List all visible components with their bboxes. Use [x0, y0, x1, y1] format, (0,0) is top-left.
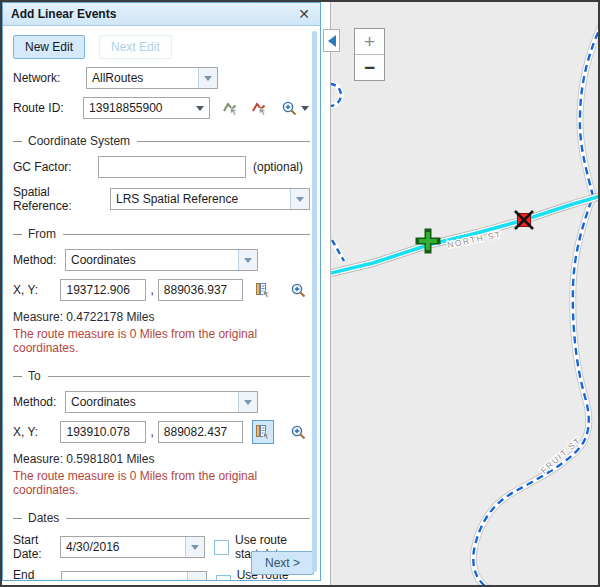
from-x-input[interactable] — [60, 279, 146, 301]
network-label: Network: — [13, 71, 86, 85]
from-xy-label: X, Y: — [13, 283, 60, 297]
zoom-in-button[interactable]: + — [355, 29, 384, 55]
divider — [137, 141, 310, 142]
route-id-label: Route ID: — [13, 101, 83, 115]
end-date-dropdown-button[interactable] — [187, 572, 206, 581]
network-value: AllRoutes — [87, 68, 198, 88]
chevron-down-icon — [196, 106, 204, 111]
add-linear-events-panel: Add Linear Events ✕ New Edit Next Edit N… — [2, 2, 321, 581]
route-id-combo[interactable]: 13918855900 — [83, 97, 210, 119]
from-heading: From — [28, 227, 56, 241]
divider — [63, 234, 310, 235]
spatial-reference-select[interactable]: LRS Spatial Reference — [110, 188, 310, 210]
to-section-header: To — [13, 369, 310, 383]
next-edit-button: Next Edit — [99, 35, 172, 59]
close-icon[interactable]: ✕ — [296, 6, 312, 22]
spatial-reference-label: Spatial Reference: — [13, 185, 110, 213]
divider — [66, 518, 310, 519]
divider — [13, 376, 22, 377]
end-date-label: End Date: — [13, 568, 61, 581]
to-heading: To — [28, 369, 41, 383]
use-route-start-date-checkbox[interactable] — [214, 540, 229, 555]
gc-factor-input[interactable] — [98, 156, 246, 178]
clear-route-selection-button[interactable] — [248, 96, 271, 120]
map-zoom-control: + − — [354, 28, 385, 81]
from-y-input[interactable] — [158, 279, 243, 301]
zoom-out-button[interactable]: − — [355, 55, 384, 80]
to-method-label: Method: — [13, 395, 65, 409]
to-xy-label: X, Y: — [13, 425, 60, 439]
coordinate-system-section-header: Coordinate System — [13, 134, 310, 148]
from-pick-on-map-button[interactable] — [252, 278, 274, 302]
from-method-dropdown-button[interactable] — [238, 250, 257, 270]
from-zoom-to-point-button[interactable] — [288, 278, 310, 302]
to-method-dropdown-button[interactable] — [238, 392, 257, 412]
to-method-select[interactable]: Coordinates — [65, 391, 258, 413]
gc-factor-label: GC Factor: — [13, 160, 98, 174]
chevron-left-icon — [328, 35, 336, 47]
start-date-label: Start Date: — [13, 533, 60, 561]
chevron-down-icon — [296, 197, 304, 202]
stream-fragment — [332, 240, 344, 261]
chevron-down-icon — [244, 258, 252, 263]
route-id-value: 13918855900 — [84, 98, 191, 118]
start-date-value: 4/30/2016 — [61, 537, 185, 557]
magnifier-plus-icon — [281, 100, 298, 117]
coordinate-picker-icon — [255, 424, 271, 440]
use-route-end-date-checkbox[interactable] — [216, 575, 231, 582]
panel-content: New Edit Next Edit Network: AllRoutes Ro… — [3, 26, 320, 581]
start-date-combo[interactable]: 4/30/2016 — [60, 536, 205, 558]
coordinate-system-heading: Coordinate System — [28, 134, 130, 148]
panel-title: Add Linear Events — [11, 7, 296, 21]
optional-note: (optional) — [253, 160, 303, 174]
end-date-value — [62, 572, 187, 581]
network-dropdown-button[interactable] — [198, 68, 217, 88]
dates-section-header: Dates — [13, 511, 310, 525]
from-section-header: From — [13, 227, 310, 241]
plus-icon: + — [364, 31, 375, 53]
from-method-select[interactable]: Coordinates — [65, 249, 258, 271]
river-casing — [473, 22, 600, 587]
chevron-down-icon — [301, 106, 309, 111]
dates-heading: Dates — [28, 511, 59, 525]
to-measure-text: Measure: 0.5981801 Miles — [13, 452, 310, 466]
stream-arc-casing — [331, 84, 341, 106]
minus-icon: − — [364, 57, 375, 79]
from-method-value: Coordinates — [66, 250, 238, 270]
panel-titlebar: Add Linear Events ✕ — [3, 3, 320, 26]
spatial-reference-dropdown-button[interactable] — [290, 189, 309, 209]
to-y-input[interactable] — [158, 421, 243, 443]
magnifier-plus-icon — [290, 424, 307, 441]
to-warning-text: The route measure is 0 Miles from the or… — [13, 469, 310, 497]
zoom-to-route-button[interactable] — [279, 96, 310, 120]
panel-collapse-button[interactable] — [323, 29, 340, 52]
from-method-label: Method: — [13, 253, 65, 267]
map-canvas[interactable]: NORTH ST FRUIT ST — [330, 2, 598, 585]
chevron-down-icon — [191, 545, 199, 550]
to-point-marker — [515, 211, 533, 229]
comma-separator: , — [150, 283, 153, 297]
divider — [13, 234, 22, 235]
route-select-icon — [222, 100, 239, 117]
chevron-down-icon — [193, 580, 201, 582]
new-edit-button[interactable]: New Edit — [13, 35, 85, 59]
chevron-down-icon — [244, 400, 252, 405]
from-measure-text: Measure: 0.4722178 Miles — [13, 310, 310, 324]
to-pick-on-map-button[interactable] — [252, 420, 274, 444]
to-x-input[interactable] — [60, 421, 146, 443]
next-button[interactable]: Next > — [251, 551, 314, 575]
network-select[interactable]: AllRoutes — [86, 67, 218, 89]
route-select-red-icon — [251, 100, 268, 117]
map-graphics: NORTH ST FRUIT ST — [331, 2, 600, 587]
start-date-dropdown-button[interactable] — [185, 537, 204, 557]
coordinate-picker-icon — [255, 282, 271, 298]
panel-scrollbar[interactable] — [312, 31, 317, 572]
end-date-combo[interactable] — [61, 571, 207, 581]
comma-separator: , — [150, 425, 153, 439]
select-route-on-map-button[interactable] — [219, 96, 242, 120]
route-id-dropdown-button[interactable] — [191, 98, 209, 118]
chevron-down-icon — [204, 76, 212, 81]
to-zoom-to-point-button[interactable] — [288, 420, 310, 444]
divider — [13, 141, 22, 142]
app-window: NORTH ST FRUIT ST + − Add Linear Events … — [0, 0, 600, 587]
